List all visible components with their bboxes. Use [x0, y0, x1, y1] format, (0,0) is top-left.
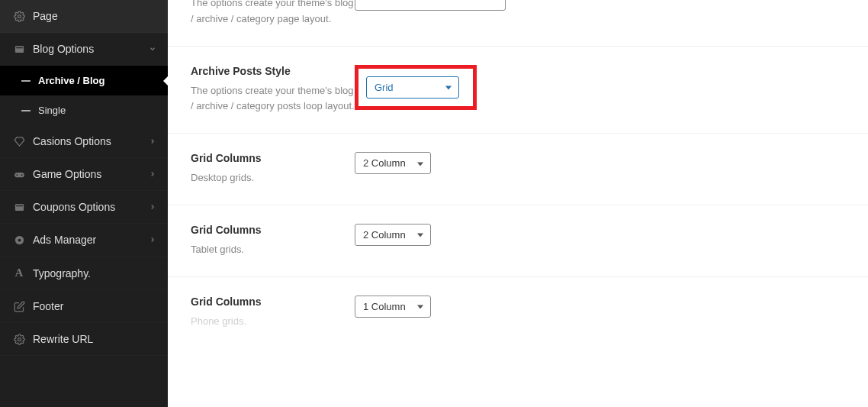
dash-icon: [21, 110, 31, 111]
sidebar-item-rewrite-url[interactable]: Rewrite URL: [0, 323, 168, 356]
diamond-icon: [11, 136, 27, 147]
setting-control: 1 Column: [355, 296, 845, 330]
grid-columns-phone-select[interactable]: 1 Column: [355, 296, 431, 318]
select-wrap: 2 Column: [355, 152, 431, 174]
setting-row-archive-posts-style: Archive Posts Style The options create y…: [168, 47, 868, 134]
sidebar-subitem-label: Single: [38, 105, 66, 116]
setting-title: Grid Columns: [191, 224, 355, 236]
gear-icon: [11, 11, 27, 22]
content-area: The options create your theme's blog / a…: [168, 0, 868, 407]
archive-posts-style-select[interactable]: Grid: [366, 76, 459, 99]
sidebar-subitem-archive-blog[interactable]: Archive / Blog: [0, 66, 168, 95]
setting-label: Grid Columns Tablet grids.: [191, 224, 355, 258]
chevron-right-icon: [149, 203, 156, 211]
chevron-right-icon: [149, 170, 156, 178]
select-wrap: 1 Column: [355, 296, 431, 318]
grid-columns-tablet-select[interactable]: 2 Column: [355, 224, 431, 246]
sidebar-item-coupons-options[interactable]: Coupons Options: [0, 191, 168, 224]
setting-control: Grid: [355, 65, 845, 115]
svg-point-4: [16, 174, 18, 176]
svg-point-5: [21, 174, 22, 176]
sidebar-item-blog-options[interactable]: Blog Options: [0, 33, 168, 66]
setting-row-grid-columns-desktop: Grid Columns Desktop grids. 2 Column: [168, 134, 868, 205]
sidebar-item-label: Blog Options: [33, 43, 94, 55]
sidebar-item-label: Casions Options: [33, 135, 111, 147]
sidebar-item-label: Game Options: [33, 168, 101, 180]
chevron-down-icon: [149, 45, 156, 53]
setting-desc: Phone grids.: [191, 314, 355, 330]
svg-point-0: [18, 15, 21, 18]
svg-rect-6: [14, 204, 23, 211]
setting-row-grid-columns-tablet: Grid Columns Tablet grids. 2 Column: [168, 205, 868, 277]
setting-control: 2 Column: [355, 152, 845, 186]
sidebar-item-label: Page: [33, 10, 58, 22]
setting-control: Content - Primary Sidebar: [355, 0, 845, 27]
setting-desc: The options create your theme's blog / a…: [191, 83, 355, 115]
setting-desc: The options create your theme's blog / a…: [191, 0, 355, 27]
chevron-right-icon: [149, 137, 156, 145]
card-icon: [11, 202, 27, 213]
chevron-right-icon: [149, 236, 156, 244]
setting-label: Grid Columns Phone grids.: [191, 296, 355, 330]
setting-title: Grid Columns: [191, 296, 355, 308]
edit-icon: [11, 301, 27, 312]
setting-label: Archive Posts Style The options create y…: [191, 65, 355, 115]
setting-title: Grid Columns: [191, 152, 355, 164]
layout-select[interactable]: Content - Primary Sidebar: [355, 0, 506, 11]
setting-control: 2 Column: [355, 224, 845, 258]
sidebar: Page Blog Options Archive / Blog Single …: [0, 0, 168, 407]
setting-desc: Tablet grids.: [191, 242, 355, 258]
sidebar-item-page[interactable]: Page: [0, 0, 168, 33]
sidebar-item-typography[interactable]: A Typography.: [0, 257, 168, 290]
gear-icon: [11, 334, 27, 345]
sidebar-item-label: Typography.: [33, 267, 91, 279]
svg-point-9: [18, 238, 21, 241]
sidebar-item-label: Rewrite URL: [33, 333, 93, 345]
dash-icon: [21, 80, 31, 82]
sidebar-subitem-single[interactable]: Single: [0, 95, 168, 125]
svg-rect-1: [14, 46, 23, 53]
svg-rect-2: [16, 47, 23, 48]
setting-label: The options create your theme's blog / a…: [191, 0, 355, 27]
svg-point-10: [18, 338, 21, 341]
circle-icon: [11, 234, 27, 246]
setting-label: Grid Columns Desktop grids.: [191, 152, 355, 186]
sidebar-item-casions-options[interactable]: Casions Options: [0, 125, 168, 158]
sidebar-item-footer[interactable]: Footer: [0, 290, 168, 323]
sidebar-item-label: Footer: [33, 300, 63, 312]
sidebar-subitem-label: Archive / Blog: [38, 75, 104, 86]
setting-row-layout: The options create your theme's blog / a…: [168, 0, 868, 47]
setting-title: Archive Posts Style: [191, 65, 355, 77]
controller-icon: [11, 169, 27, 180]
select-wrap: 2 Column: [355, 224, 431, 246]
grid-columns-desktop-select[interactable]: 2 Column: [355, 152, 431, 174]
highlight-annotation: Grid: [355, 65, 477, 110]
sidebar-item-label: Coupons Options: [33, 201, 115, 213]
sidebar-item-label: Ads Manager: [33, 234, 96, 246]
sidebar-item-ads-manager[interactable]: Ads Manager: [0, 224, 168, 257]
sidebar-item-game-options[interactable]: Game Options: [0, 158, 168, 191]
card-icon: [11, 44, 27, 55]
svg-rect-3: [14, 173, 24, 177]
setting-desc: Desktop grids.: [191, 170, 355, 186]
select-wrap: Grid: [366, 76, 459, 99]
type-icon: A: [11, 266, 27, 279]
setting-row-grid-columns-phone: Grid Columns Phone grids. 1 Column: [168, 277, 868, 348]
svg-rect-7: [16, 205, 23, 206]
